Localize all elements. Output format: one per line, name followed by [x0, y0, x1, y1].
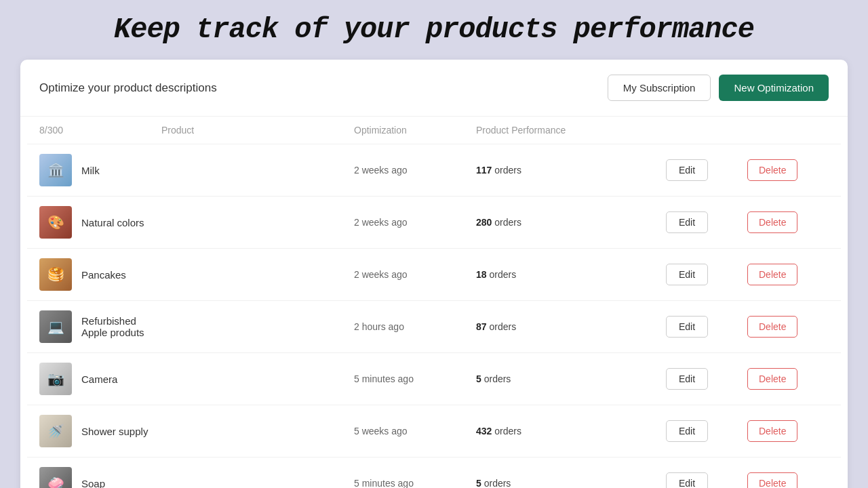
product-image-5: 🚿	[39, 415, 72, 447]
edit-button-1[interactable]: Edit	[666, 211, 708, 233]
card-header: Optimize your product descriptions My Su…	[20, 60, 848, 117]
product-cell-6: 🧼 Soap	[39, 467, 161, 488]
edit-button-3[interactable]: Edit	[666, 316, 708, 338]
table-count: 8/300	[39, 125, 161, 136]
table-row: 💻 Refurbished Apple produts 2 hours ago …	[27, 301, 841, 353]
delete-button-4[interactable]: Delete	[747, 368, 797, 390]
product-image-icon: 🧼	[47, 475, 64, 488]
product-name-5: Shower supply	[81, 426, 148, 437]
table-col-performance: Product Performance	[476, 125, 666, 136]
delete-button-1[interactable]: Delete	[747, 211, 797, 233]
table-col-edit	[666, 125, 747, 136]
edit-button-4[interactable]: Edit	[666, 368, 708, 390]
product-image-icon: 🏛️	[47, 162, 64, 178]
product-cell-5: 🚿 Shower supply	[39, 415, 161, 447]
edit-button-5[interactable]: Edit	[666, 420, 708, 442]
product-image-icon: 🚿	[47, 423, 64, 439]
performance-cell-1: 280 orders	[476, 217, 666, 228]
page-title: Keep track of your products performance	[20, 14, 848, 46]
delete-button-2[interactable]: Delete	[747, 264, 797, 285]
table-header: 8/300 Product Optimization Product Perfo…	[27, 117, 841, 144]
product-cell-3: 💻 Refurbished Apple produts	[39, 310, 161, 343]
optimization-time-4: 5 minutes ago	[354, 373, 476, 384]
product-image-0: 🏛️	[39, 154, 72, 186]
action-cell-3: Edit	[666, 316, 747, 338]
product-name-0: Milk	[81, 165, 100, 176]
table-container: 8/300 Product Optimization Product Perfo…	[20, 117, 848, 488]
delete-cell-4: Delete	[747, 368, 829, 390]
product-name-3: Refurbished Apple produts	[81, 315, 161, 338]
table-col-product: Product	[161, 125, 354, 136]
product-cell-2: 🥞 Pancakes	[39, 258, 161, 291]
optimization-time-1: 2 weeks ago	[354, 217, 476, 228]
table-body: 🏛️ Milk 2 weeks ago 117 orders Edit Dele…	[27, 144, 841, 488]
product-image-6: 🧼	[39, 467, 72, 488]
product-image-icon: 📷	[47, 371, 64, 387]
new-optimization-button[interactable]: New Optimization	[719, 75, 829, 101]
table-row: 🥞 Pancakes 2 weeks ago 18 orders Edit De…	[27, 249, 841, 301]
delete-button-5[interactable]: Delete	[747, 420, 797, 442]
product-cell-1: 🎨 Natural colors	[39, 206, 161, 239]
performance-cell-4: 5 orders	[476, 373, 666, 384]
optimization-time-3: 2 hours ago	[354, 321, 476, 332]
product-image-icon: 🎨	[47, 214, 64, 230]
performance-cell-5: 432 orders	[476, 426, 666, 436]
table-col-optimization: Optimization	[354, 125, 476, 136]
optimization-time-2: 2 weeks ago	[354, 269, 476, 280]
delete-cell-6: Delete	[747, 472, 829, 488]
table-row: 📷 Camera 5 minutes ago 5 orders Edit Del…	[27, 353, 841, 405]
action-cell-4: Edit	[666, 368, 747, 390]
action-cell-1: Edit	[666, 211, 747, 233]
header-buttons: My Subscription New Optimization	[608, 75, 829, 101]
optimization-time-0: 2 weeks ago	[354, 165, 476, 176]
delete-cell-0: Delete	[747, 159, 829, 181]
product-image-1: 🎨	[39, 206, 72, 239]
performance-cell-2: 18 orders	[476, 269, 666, 280]
product-image-3: 💻	[39, 310, 72, 343]
performance-cell-0: 117 orders	[476, 165, 666, 176]
product-image-icon: 🥞	[47, 266, 64, 283]
delete-cell-2: Delete	[747, 264, 829, 285]
delete-cell-5: Delete	[747, 420, 829, 442]
page-wrapper: Keep track of your products performance …	[0, 0, 868, 488]
optimization-time-6: 5 minutes ago	[354, 478, 476, 488]
table-row: 🏛️ Milk 2 weeks ago 117 orders Edit Dele…	[27, 144, 841, 197]
table-row: 🧼 Soap 5 minutes ago 5 orders Edit Delet…	[27, 458, 841, 488]
edit-button-0[interactable]: Edit	[666, 159, 708, 181]
product-cell-4: 📷 Camera	[39, 363, 161, 395]
performance-cell-3: 87 orders	[476, 321, 666, 332]
action-cell-5: Edit	[666, 420, 747, 442]
performance-cell-6: 5 orders	[476, 478, 666, 488]
delete-cell-1: Delete	[747, 211, 829, 233]
table-row: 🎨 Natural colors 2 weeks ago 280 orders …	[27, 197, 841, 249]
product-name-4: Camera	[81, 373, 117, 385]
product-name-1: Natural colors	[81, 217, 144, 228]
card-subtitle: Optimize your product descriptions	[39, 81, 217, 95]
product-name-2: Pancakes	[81, 269, 126, 281]
main-card: Optimize your product descriptions My Su…	[20, 60, 848, 488]
action-cell-0: Edit	[666, 159, 747, 181]
my-subscription-button[interactable]: My Subscription	[608, 75, 711, 101]
delete-button-6[interactable]: Delete	[747, 472, 797, 488]
table-col-delete	[747, 125, 829, 136]
action-cell-2: Edit	[666, 264, 747, 285]
delete-button-3[interactable]: Delete	[747, 316, 797, 338]
delete-cell-3: Delete	[747, 316, 829, 338]
delete-button-0[interactable]: Delete	[747, 159, 797, 181]
product-image-4: 📷	[39, 363, 72, 395]
product-name-6: Soap	[81, 478, 105, 489]
edit-button-2[interactable]: Edit	[666, 264, 708, 285]
product-cell-0: 🏛️ Milk	[39, 154, 161, 186]
product-image-2: 🥞	[39, 258, 72, 291]
edit-button-6[interactable]: Edit	[666, 472, 708, 488]
optimization-time-5: 5 weeks ago	[354, 426, 476, 436]
table-row: 🚿 Shower supply 5 weeks ago 432 orders E…	[27, 405, 841, 458]
action-cell-6: Edit	[666, 472, 747, 488]
product-image-icon: 💻	[47, 319, 64, 335]
